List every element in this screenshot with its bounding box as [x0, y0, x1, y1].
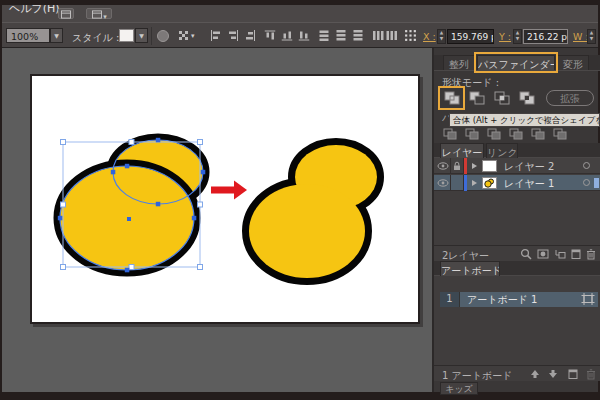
- layer-thumbnail[interactable]: [482, 177, 497, 189]
- tab-kids-panel[interactable]: キッズ: [440, 382, 478, 395]
- locate-object-icon[interactable]: [520, 248, 533, 260]
- workspace-switcher-icon[interactable]: ▾: [86, 8, 112, 19]
- tab-highlight-box: [474, 52, 558, 73]
- layer-name[interactable]: レイヤー 2: [504, 160, 554, 174]
- align-top-icon[interactable]: [264, 30, 277, 42]
- target-circle-icon[interactable]: [583, 179, 590, 186]
- new-sublayer-icon[interactable]: [554, 248, 567, 260]
- artboard-name[interactable]: アートボード 1: [467, 293, 537, 307]
- expand-button[interactable]: 拡張: [546, 90, 594, 106]
- minus-back-button[interactable]: [553, 128, 567, 142]
- expand-triangle-icon[interactable]: [472, 180, 477, 186]
- exclude-button[interactable]: [517, 90, 537, 107]
- layer-thumbnail[interactable]: [482, 160, 497, 172]
- delete-artboard-icon[interactable]: [585, 368, 598, 380]
- x-label: X :: [423, 31, 436, 42]
- move-up-icon[interactable]: [530, 368, 543, 380]
- center-point: [127, 217, 131, 221]
- recolor-artwork-icon[interactable]: [157, 30, 169, 42]
- align-bottom-icon[interactable]: [298, 30, 311, 42]
- style-swatch[interactable]: [119, 29, 134, 42]
- new-artboard-icon[interactable]: [567, 368, 580, 380]
- tab-align[interactable]: 整列: [443, 55, 475, 70]
- artboard-index: 1: [440, 292, 460, 307]
- layer-name[interactable]: レイヤー 1: [504, 177, 554, 191]
- x-value-field[interactable]: 159.769 p: [447, 29, 494, 44]
- w-stepper[interactable]: ▲▼: [587, 29, 596, 44]
- align-right-icon[interactable]: [244, 30, 257, 42]
- zoom-level-field[interactable]: 100%: [6, 28, 50, 43]
- layers-statusbar: 2レイヤー: [434, 245, 600, 261]
- align-center-icon[interactable]: [227, 30, 240, 42]
- layer-row-selected[interactable]: レイヤー 1: [434, 175, 600, 191]
- artboard-icon[interactable]: [581, 293, 595, 307]
- align-left-icon[interactable]: [210, 30, 223, 42]
- distribute-middle-icon[interactable]: [335, 30, 348, 42]
- style-label: スタイル :: [72, 31, 120, 45]
- united-shape[interactable]: [249, 145, 377, 278]
- menu-bar: ヘルプ(H) ▾: [2, 5, 598, 22]
- artboards-list: 1 アートボード 1: [434, 276, 600, 365]
- delete-layer-icon[interactable]: [585, 248, 598, 260]
- tab-layers[interactable]: レイヤー: [440, 143, 484, 158]
- expand-triangle-icon[interactable]: [472, 163, 477, 169]
- align-middle-icon[interactable]: [281, 30, 294, 42]
- panel-column: 整列 パスファインダー 変形 形状モード : 拡張 パスファインダー : 合体 …: [432, 48, 598, 392]
- divide-button[interactable]: [443, 128, 457, 142]
- y-stepper[interactable]: ▲▼: [513, 29, 522, 44]
- trim-button[interactable]: [465, 128, 479, 142]
- transparency-dropdown-icon[interactable]: ▾: [191, 32, 195, 40]
- style-dropdown-icon[interactable]: ▼: [135, 28, 148, 43]
- source-ellipses[interactable]: [60, 140, 203, 270]
- merge-button[interactable]: [487, 128, 501, 142]
- move-down-icon[interactable]: [548, 368, 561, 380]
- artboard-count: 1 アートボード: [442, 369, 512, 383]
- unite-tooltip: 合体 (Alt + クリックで複合シェイプを作成し形: [449, 113, 600, 127]
- control-bar: 100% ▼ スタイル : ▼ ▾ X : ▲▼ 159.769 p Y : ▲…: [2, 22, 598, 48]
- tab-links[interactable]: リンク: [486, 143, 518, 158]
- tab-transform[interactable]: 変形: [557, 55, 589, 70]
- visibility-eye-icon[interactable]: [437, 160, 450, 172]
- reference-point-grid-icon[interactable]: [404, 29, 417, 41]
- unite-highlight-box: [438, 86, 465, 110]
- intersect-button[interactable]: [492, 90, 512, 107]
- distribute-right-icon[interactable]: [386, 30, 399, 42]
- new-layer-icon[interactable]: [570, 248, 583, 260]
- x-stepper[interactable]: ▲▼: [437, 29, 446, 44]
- layer-color-bar: [464, 158, 467, 174]
- artboards-statusbar: 1 アートボード: [434, 365, 600, 381]
- transparency-icon[interactable]: [178, 30, 191, 42]
- zoom-dropdown-icon[interactable]: ▼: [50, 28, 63, 43]
- document-artwork: [32, 76, 418, 322]
- visibility-eye-icon[interactable]: [437, 177, 450, 189]
- illustrator-window: ヘルプ(H) ▾ 100% ▼ スタイル : ▼ ▾ X : ▲▼ 159.76…: [0, 0, 600, 400]
- arrange-documents-icon[interactable]: [58, 8, 74, 19]
- crop-button[interactable]: [509, 128, 523, 142]
- distribute-left-icon[interactable]: [372, 30, 385, 42]
- clipping-mask-icon[interactable]: [537, 248, 550, 260]
- minus-front-button[interactable]: [467, 90, 487, 107]
- artboard-row-selected[interactable]: 1 アートボード 1: [440, 292, 598, 307]
- selection-indicator: [594, 178, 599, 188]
- distribute-bottom-icon[interactable]: [352, 30, 365, 42]
- y-label: Y :: [499, 31, 511, 42]
- distribute-top-icon[interactable]: [318, 30, 331, 42]
- result-arrow: [211, 181, 247, 200]
- divider: [151, 27, 152, 45]
- y-value-field[interactable]: 216.22 px: [523, 29, 568, 44]
- artboard-canvas[interactable]: [30, 74, 420, 324]
- outline-button[interactable]: [531, 128, 545, 142]
- menu-help[interactable]: ヘルプ(H): [9, 5, 60, 16]
- layers-tabbar: レイヤー リンク: [434, 143, 600, 158]
- layer-row[interactable]: レイヤー 2: [434, 158, 600, 174]
- layers-list: レイヤー 2 レイヤー 1: [434, 158, 600, 245]
- layer-color-bar: [464, 175, 467, 191]
- artboards-tabbar: アートボード: [434, 261, 600, 276]
- canvas-pasteboard[interactable]: [2, 48, 432, 392]
- tab-artboards[interactable]: アートボード: [440, 261, 500, 276]
- target-circle-icon[interactable]: [583, 162, 590, 169]
